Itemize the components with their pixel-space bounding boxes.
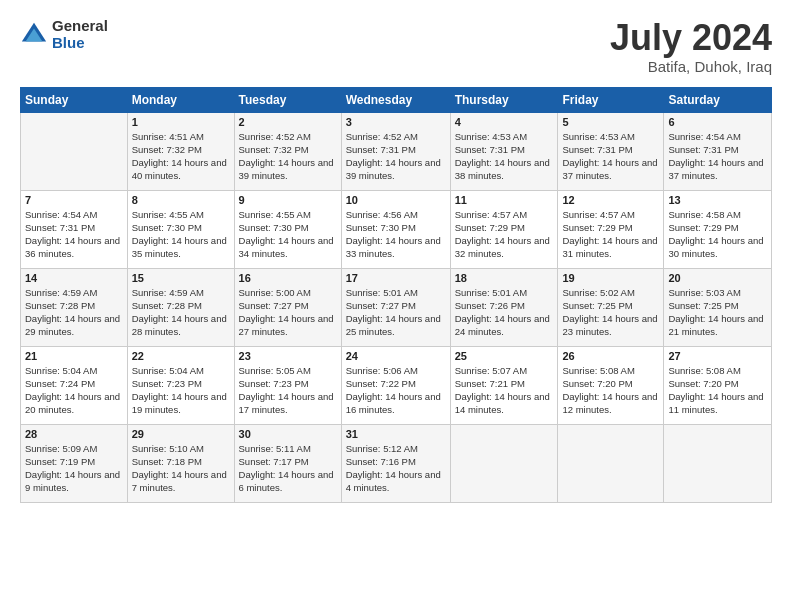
calendar-cell: 17Sunrise: 5:01 AMSunset: 7:27 PMDayligh… xyxy=(341,268,450,346)
day-number: 24 xyxy=(346,350,446,362)
day-info: Sunrise: 5:04 AMSunset: 7:24 PMDaylight:… xyxy=(25,364,123,417)
calendar-cell: 12Sunrise: 4:57 AMSunset: 7:29 PMDayligh… xyxy=(558,190,664,268)
calendar-week-row: 28Sunrise: 5:09 AMSunset: 7:19 PMDayligh… xyxy=(21,424,772,502)
weekday-header-saturday: Saturday xyxy=(664,87,772,112)
calendar-week-row: 7Sunrise: 4:54 AMSunset: 7:31 PMDaylight… xyxy=(21,190,772,268)
calendar-cell: 6Sunrise: 4:54 AMSunset: 7:31 PMDaylight… xyxy=(664,112,772,190)
header: General Blue July 2024 Batifa, Duhok, Ir… xyxy=(20,18,772,75)
day-info: Sunrise: 4:58 AMSunset: 7:29 PMDaylight:… xyxy=(668,208,767,261)
calendar-cell: 11Sunrise: 4:57 AMSunset: 7:29 PMDayligh… xyxy=(450,190,558,268)
day-info: Sunrise: 4:51 AMSunset: 7:32 PMDaylight:… xyxy=(132,130,230,183)
day-info: Sunrise: 4:52 AMSunset: 7:32 PMDaylight:… xyxy=(239,130,337,183)
day-number: 25 xyxy=(455,350,554,362)
day-info: Sunrise: 5:08 AMSunset: 7:20 PMDaylight:… xyxy=(668,364,767,417)
day-number: 27 xyxy=(668,350,767,362)
day-number: 12 xyxy=(562,194,659,206)
calendar-cell: 15Sunrise: 4:59 AMSunset: 7:28 PMDayligh… xyxy=(127,268,234,346)
calendar-cell: 25Sunrise: 5:07 AMSunset: 7:21 PMDayligh… xyxy=(450,346,558,424)
day-info: Sunrise: 5:11 AMSunset: 7:17 PMDaylight:… xyxy=(239,442,337,495)
calendar-week-row: 21Sunrise: 5:04 AMSunset: 7:24 PMDayligh… xyxy=(21,346,772,424)
day-info: Sunrise: 5:07 AMSunset: 7:21 PMDaylight:… xyxy=(455,364,554,417)
day-info: Sunrise: 4:59 AMSunset: 7:28 PMDaylight:… xyxy=(25,286,123,339)
day-number: 10 xyxy=(346,194,446,206)
calendar-body: 1Sunrise: 4:51 AMSunset: 7:32 PMDaylight… xyxy=(21,112,772,502)
logo-general: General xyxy=(52,18,108,35)
day-info: Sunrise: 5:01 AMSunset: 7:27 PMDaylight:… xyxy=(346,286,446,339)
calendar-cell: 9Sunrise: 4:55 AMSunset: 7:30 PMDaylight… xyxy=(234,190,341,268)
day-number: 7 xyxy=(25,194,123,206)
day-number: 28 xyxy=(25,428,123,440)
day-number: 31 xyxy=(346,428,446,440)
calendar-week-row: 1Sunrise: 4:51 AMSunset: 7:32 PMDaylight… xyxy=(21,112,772,190)
logo-text: General Blue xyxy=(52,18,108,51)
weekday-header-sunday: Sunday xyxy=(21,87,128,112)
calendar-cell: 23Sunrise: 5:05 AMSunset: 7:23 PMDayligh… xyxy=(234,346,341,424)
day-number: 9 xyxy=(239,194,337,206)
calendar-cell: 10Sunrise: 4:56 AMSunset: 7:30 PMDayligh… xyxy=(341,190,450,268)
day-number: 23 xyxy=(239,350,337,362)
calendar-cell: 31Sunrise: 5:12 AMSunset: 7:16 PMDayligh… xyxy=(341,424,450,502)
calendar-cell: 30Sunrise: 5:11 AMSunset: 7:17 PMDayligh… xyxy=(234,424,341,502)
month-year-title: July 2024 xyxy=(610,18,772,58)
day-info: Sunrise: 5:08 AMSunset: 7:20 PMDaylight:… xyxy=(562,364,659,417)
day-number: 26 xyxy=(562,350,659,362)
day-info: Sunrise: 4:57 AMSunset: 7:29 PMDaylight:… xyxy=(562,208,659,261)
day-info: Sunrise: 5:05 AMSunset: 7:23 PMDaylight:… xyxy=(239,364,337,417)
calendar-cell xyxy=(21,112,128,190)
day-number: 5 xyxy=(562,116,659,128)
logo: General Blue xyxy=(20,18,108,51)
day-info: Sunrise: 5:04 AMSunset: 7:23 PMDaylight:… xyxy=(132,364,230,417)
day-info: Sunrise: 4:54 AMSunset: 7:31 PMDaylight:… xyxy=(668,130,767,183)
day-info: Sunrise: 5:01 AMSunset: 7:26 PMDaylight:… xyxy=(455,286,554,339)
calendar-cell: 4Sunrise: 4:53 AMSunset: 7:31 PMDaylight… xyxy=(450,112,558,190)
logo-icon xyxy=(20,21,48,49)
day-number: 14 xyxy=(25,272,123,284)
day-number: 4 xyxy=(455,116,554,128)
day-number: 15 xyxy=(132,272,230,284)
day-info: Sunrise: 4:57 AMSunset: 7:29 PMDaylight:… xyxy=(455,208,554,261)
day-info: Sunrise: 4:52 AMSunset: 7:31 PMDaylight:… xyxy=(346,130,446,183)
day-number: 17 xyxy=(346,272,446,284)
location-subtitle: Batifa, Duhok, Iraq xyxy=(610,58,772,75)
logo-blue: Blue xyxy=(52,35,108,52)
day-info: Sunrise: 5:00 AMSunset: 7:27 PMDaylight:… xyxy=(239,286,337,339)
day-info: Sunrise: 4:55 AMSunset: 7:30 PMDaylight:… xyxy=(132,208,230,261)
day-info: Sunrise: 5:03 AMSunset: 7:25 PMDaylight:… xyxy=(668,286,767,339)
calendar-cell: 5Sunrise: 4:53 AMSunset: 7:31 PMDaylight… xyxy=(558,112,664,190)
day-info: Sunrise: 4:53 AMSunset: 7:31 PMDaylight:… xyxy=(562,130,659,183)
day-number: 3 xyxy=(346,116,446,128)
calendar-cell: 26Sunrise: 5:08 AMSunset: 7:20 PMDayligh… xyxy=(558,346,664,424)
calendar-cell: 7Sunrise: 4:54 AMSunset: 7:31 PMDaylight… xyxy=(21,190,128,268)
day-info: Sunrise: 5:02 AMSunset: 7:25 PMDaylight:… xyxy=(562,286,659,339)
day-number: 22 xyxy=(132,350,230,362)
calendar-cell: 19Sunrise: 5:02 AMSunset: 7:25 PMDayligh… xyxy=(558,268,664,346)
calendar-cell: 14Sunrise: 4:59 AMSunset: 7:28 PMDayligh… xyxy=(21,268,128,346)
day-number: 18 xyxy=(455,272,554,284)
day-info: Sunrise: 5:10 AMSunset: 7:18 PMDaylight:… xyxy=(132,442,230,495)
calendar-cell: 29Sunrise: 5:10 AMSunset: 7:18 PMDayligh… xyxy=(127,424,234,502)
day-info: Sunrise: 4:59 AMSunset: 7:28 PMDaylight:… xyxy=(132,286,230,339)
calendar-cell: 20Sunrise: 5:03 AMSunset: 7:25 PMDayligh… xyxy=(664,268,772,346)
day-number: 2 xyxy=(239,116,337,128)
page: General Blue July 2024 Batifa, Duhok, Ir… xyxy=(0,0,792,612)
weekday-header-wednesday: Wednesday xyxy=(341,87,450,112)
day-number: 19 xyxy=(562,272,659,284)
day-info: Sunrise: 4:54 AMSunset: 7:31 PMDaylight:… xyxy=(25,208,123,261)
calendar-cell: 1Sunrise: 4:51 AMSunset: 7:32 PMDaylight… xyxy=(127,112,234,190)
day-info: Sunrise: 4:56 AMSunset: 7:30 PMDaylight:… xyxy=(346,208,446,261)
day-number: 13 xyxy=(668,194,767,206)
day-number: 6 xyxy=(668,116,767,128)
day-number: 29 xyxy=(132,428,230,440)
calendar-cell: 3Sunrise: 4:52 AMSunset: 7:31 PMDaylight… xyxy=(341,112,450,190)
day-info: Sunrise: 5:09 AMSunset: 7:19 PMDaylight:… xyxy=(25,442,123,495)
weekday-header-friday: Friday xyxy=(558,87,664,112)
day-number: 20 xyxy=(668,272,767,284)
calendar-cell: 13Sunrise: 4:58 AMSunset: 7:29 PMDayligh… xyxy=(664,190,772,268)
calendar-cell xyxy=(558,424,664,502)
calendar-cell xyxy=(450,424,558,502)
calendar-cell: 21Sunrise: 5:04 AMSunset: 7:24 PMDayligh… xyxy=(21,346,128,424)
weekday-header-tuesday: Tuesday xyxy=(234,87,341,112)
day-info: Sunrise: 5:12 AMSunset: 7:16 PMDaylight:… xyxy=(346,442,446,495)
day-number: 30 xyxy=(239,428,337,440)
calendar-cell: 18Sunrise: 5:01 AMSunset: 7:26 PMDayligh… xyxy=(450,268,558,346)
